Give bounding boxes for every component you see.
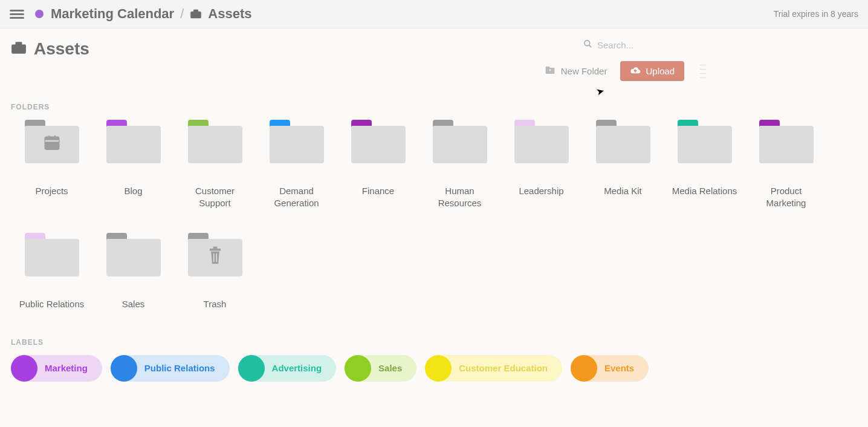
folder-label: Demand Generation <box>261 185 333 209</box>
label-pill[interactable]: Customer Education <box>425 355 562 382</box>
svg-point-18 <box>51 146 53 148</box>
search-field[interactable] <box>583 39 706 50</box>
label-name: Sales <box>378 363 402 373</box>
folder-item[interactable]: Media Kit <box>582 120 664 209</box>
breadcrumb: Marketing Calendar / Assets <box>51 6 251 22</box>
folder-icon <box>188 120 242 163</box>
labels-row: MarketingPublic RelationsAdvertisingSale… <box>11 355 857 382</box>
svg-rect-21 <box>213 247 217 249</box>
label-pill[interactable]: Public Relations <box>111 355 230 382</box>
label-pill[interactable]: Marketing <box>11 355 102 382</box>
folder-item[interactable]: Media Relations <box>664 120 745 209</box>
folder-icon <box>433 120 487 163</box>
briefcase-icon <box>11 41 27 57</box>
folder-icon <box>759 120 814 163</box>
folder-grid: ProjectsBlogCustomer SupportDemand Gener… <box>11 120 857 310</box>
cloud-upload-icon <box>630 66 641 76</box>
folder-label: Customer Support <box>179 185 251 209</box>
label-name: Marketing <box>45 363 88 373</box>
new-folder-label: New Folder <box>561 66 607 76</box>
svg-point-16 <box>54 143 56 145</box>
svg-rect-3 <box>16 42 22 45</box>
folder-label: Human Resources <box>424 185 496 209</box>
page-header: Assets New Folder <box>11 39 857 81</box>
labels-heading: LABELS <box>11 338 857 347</box>
folder-icon <box>514 120 569 163</box>
svg-point-19 <box>54 146 56 148</box>
breadcrumb-separator: / <box>180 6 184 22</box>
svg-point-14 <box>48 143 50 145</box>
folder-icon <box>25 120 79 163</box>
folder-item[interactable]: Trash <box>174 233 256 310</box>
svg-rect-20 <box>209 249 220 250</box>
folder-item[interactable]: Public Relations <box>11 233 92 310</box>
svg-point-15 <box>51 143 53 145</box>
calendar-icon <box>43 133 61 154</box>
svg-rect-7 <box>545 67 549 68</box>
folder-label: Blog <box>124 185 142 197</box>
folder-icon <box>351 120 406 163</box>
workspace-status-dot <box>35 10 44 18</box>
folder-item[interactable]: Product Marketing <box>745 120 827 209</box>
new-folder-button[interactable]: New Folder <box>545 66 607 76</box>
label-name: Events <box>604 363 634 373</box>
svg-rect-2 <box>11 45 26 54</box>
page-title: Assets <box>34 39 89 59</box>
label-color-dot <box>425 355 452 382</box>
folder-icon <box>678 120 732 163</box>
svg-point-4 <box>585 41 590 46</box>
search-icon <box>583 39 592 50</box>
label-pill[interactable]: Sales <box>345 355 416 382</box>
label-color-dot <box>345 355 371 382</box>
label-color-dot <box>11 355 37 382</box>
folder-item[interactable]: Sales <box>92 233 174 310</box>
new-folder-icon <box>545 66 555 76</box>
cursor-icon: ➤ <box>595 85 605 99</box>
label-color-dot <box>111 355 137 382</box>
folder-icon <box>188 233 242 276</box>
svg-rect-0 <box>190 11 201 18</box>
folder-icon <box>596 120 650 163</box>
folder-label: Trash <box>204 298 227 310</box>
folders-heading: FOLDERS <box>11 103 857 111</box>
trial-status: Trial expires in 8 years <box>774 9 858 19</box>
trash-icon <box>207 246 224 268</box>
label-name: Customer Education <box>459 363 548 373</box>
folder-item[interactable]: Human Resources <box>419 120 500 209</box>
folder-item[interactable]: Customer Support <box>174 120 256 209</box>
upload-label: Upload <box>646 66 675 76</box>
folder-icon <box>270 120 324 163</box>
folder-label: Finance <box>362 185 394 197</box>
folder-item[interactable]: Leadership <box>500 120 582 209</box>
folder-label: Media Kit <box>604 185 642 197</box>
folder-label: Projects <box>35 185 68 197</box>
search-input[interactable] <box>597 40 706 50</box>
label-name: Public Relations <box>144 363 215 373</box>
folder-item[interactable]: Projects <box>11 120 92 209</box>
folder-item[interactable]: Demand Generation <box>256 120 337 209</box>
label-name: Advertising <box>272 363 322 373</box>
svg-point-17 <box>48 146 50 148</box>
menu-toggle[interactable] <box>10 7 24 21</box>
label-pill[interactable]: Events <box>571 355 649 382</box>
folder-label: Leadership <box>519 185 563 197</box>
upload-button[interactable]: Upload <box>620 61 684 81</box>
svg-rect-9 <box>549 69 550 71</box>
svg-rect-1 <box>193 10 198 12</box>
drag-handle[interactable] <box>700 63 706 80</box>
label-pill[interactable]: Advertising <box>238 355 337 382</box>
folder-label: Sales <box>122 298 145 310</box>
topbar: Marketing Calendar / Assets Trial expire… <box>0 0 868 28</box>
breadcrumb-current[interactable]: Assets <box>208 6 251 22</box>
folder-label: Media Relations <box>672 185 737 197</box>
briefcase-icon <box>190 9 202 19</box>
label-color-dot <box>571 355 597 382</box>
breadcrumb-parent[interactable]: Marketing Calendar <box>51 6 174 22</box>
folder-item[interactable]: Blog <box>92 120 174 209</box>
folder-label: Public Relations <box>19 298 85 310</box>
folder-label: Product Marketing <box>750 185 823 209</box>
folder-item[interactable]: Finance <box>337 120 419 209</box>
folder-icon <box>25 233 79 276</box>
svg-line-5 <box>589 45 591 47</box>
label-color-dot <box>238 355 265 382</box>
